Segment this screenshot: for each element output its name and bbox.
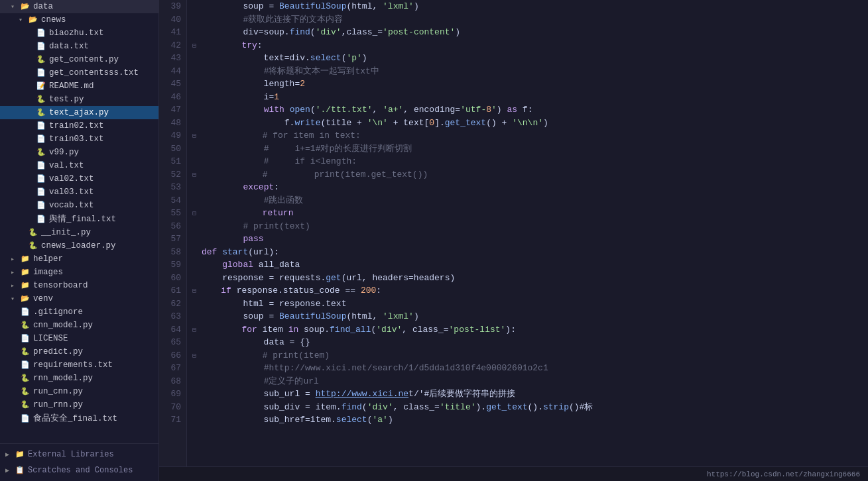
tree-item-label: run_rnn.py [33, 400, 83, 409]
code-line-56: # print(text) [192, 220, 863, 233]
ext-lib-icon: 📁 [15, 449, 25, 460]
code-line-66: ⊟ # print(item) [192, 349, 863, 362]
code-line-44: #将标题和文本一起写到txt中 [192, 65, 863, 78]
tree-item-cnews[interactable]: ▾📂cnews [0, 13, 158, 27]
external-libraries-item[interactable]: ▶ 📁 External Libraries [0, 447, 158, 462]
code-line-69: sub_url = http://www.xici.net/'#后续要做字符串的… [192, 388, 863, 401]
status-url: https://blog.csdn.net/zhangxing6666 [707, 470, 860, 478]
fold-icon[interactable]: ⊟ [192, 286, 200, 296]
fold-icon[interactable]: ⊟ [192, 209, 200, 219]
tree-item-text_ajax.py[interactable]: 🐍text_ajax.py [0, 106, 158, 119]
line-number-50: 50 [162, 142, 181, 156]
tree-item-LICENSE[interactable]: 📄LICENSE [0, 332, 158, 345]
code-line-47: with open('./ttt.txt', 'a+', encoding='u… [192, 103, 863, 117]
tree-item-val02.txt[interactable]: 📄val02.txt [0, 172, 158, 186]
sidebar-bottom: ▶ 📁 External Libraries ▶ 📋 Scratches and… [0, 443, 158, 481]
tree-item-train03.txt[interactable]: 📄train03.txt [0, 133, 158, 146]
tree-item-label: test.py [49, 95, 84, 104]
code-line-46: i=1 [192, 91, 863, 104]
code-area[interactable]: 3940414243444546474849505152535455565758… [159, 0, 868, 466]
tree-item-label: biaozhu.txt [49, 28, 104, 38]
fold-icon[interactable]: ⊟ [192, 131, 200, 141]
tree-item-.gitignore[interactable]: 📄.gitignore [0, 305, 158, 319]
tree-item-label: cnn_model.py [33, 321, 93, 330]
line-number-69: 69 [162, 388, 181, 401]
tree-arrow: ▸ [11, 255, 19, 263]
tree-arrow: ▸ [11, 268, 19, 276]
tree-item-biaozhu.txt[interactable]: 📄biaozhu.txt [0, 27, 158, 40]
tree-item-run_rnn.py[interactable]: 🐍run_rnn.py [0, 398, 158, 411]
line-number-46: 46 [162, 91, 181, 104]
tree-item-cnn_model.py[interactable]: 🐍cnn_model.py [0, 319, 158, 332]
tree-item-predict.py[interactable]: 🐍predict.py [0, 345, 158, 358]
tree-item-README.md[interactable]: 📝README.md [0, 80, 158, 93]
tree-item-venv[interactable]: ▾📂venv [0, 292, 158, 305]
folder-open-icon: 📂 [28, 15, 38, 25]
txt-icon: 📄 [36, 41, 46, 52]
tree-item-label: LICENSE [33, 334, 68, 343]
txt-icon: 📄 [36, 134, 46, 144]
txt-icon: 📄 [36, 160, 46, 171]
code-line-63: soup = BeautifulSoup(html, 'lxml') [192, 310, 863, 323]
code-line-51: # if i<length: [192, 155, 863, 168]
tree-item-run_cnn.py[interactable]: 🐍run_cnn.py [0, 385, 158, 398]
tree-item-v99.py[interactable]: 🐍v99.py [0, 146, 158, 159]
file-tree: ▾📂data▾📂cnews📄biaozhu.txt📄data.txt🐍get_c… [0, 0, 158, 425]
tree-item-helper[interactable]: ▸📁helper [0, 252, 158, 266]
tree-item-requirements.txt[interactable]: 📄requirements.txt [0, 358, 158, 372]
code-line-65: data = {} [192, 336, 863, 349]
code-line-43: text=div.select('p') [192, 52, 863, 65]
tree-item-val03.txt[interactable]: 📄val03.txt [0, 186, 158, 199]
tree-item-get_content.py[interactable]: 🐍get_content.py [0, 53, 158, 66]
fold-icon[interactable]: ⊟ [192, 41, 200, 51]
tree-item-label: v99.py [49, 148, 79, 157]
tree-item-val.txt[interactable]: 📄val.txt [0, 159, 158, 172]
tree-item-__init__.py[interactable]: 🐍__init_.py [0, 226, 158, 239]
py-icon: 🐍 [36, 147, 46, 158]
line-number-51: 51 [162, 155, 181, 168]
txt-icon: 📄 [36, 121, 46, 131]
line-number-56: 56 [162, 220, 181, 233]
txt-icon: 📄 [36, 214, 46, 225]
tree-item-rnn_model.py[interactable]: 🐍rnn_model.py [0, 372, 158, 385]
code-line-48: f.write(title + '\n' + text[0].get_text(… [192, 117, 863, 130]
line-number-60: 60 [162, 272, 181, 285]
md-icon: 📝 [36, 81, 46, 91]
tree-item-train02.txt[interactable]: 📄train02.txt [0, 119, 158, 133]
line-number-58: 58 [162, 246, 181, 259]
py-icon: 🐍 [20, 347, 31, 357]
line-number-61: 61 [162, 284, 181, 297]
folder-icon: 📁 [20, 254, 31, 264]
line-number-59: 59 [162, 258, 181, 272]
code-line-42: ⊟ try: [192, 39, 863, 52]
tree-item-label: README.md [49, 81, 94, 91]
tree-item-get_contentsss.txt[interactable]: 📄get_contentsss.txt [0, 66, 158, 80]
tree-item-label: val.txt [49, 161, 84, 170]
code-line-60: response = requests.get(url, headers=hea… [192, 272, 863, 285]
tree-item-tensorboard[interactable]: ▸📁tensorboard [0, 279, 158, 292]
py-icon: 🐍 [36, 54, 46, 65]
tree-item-label: train02.txt [49, 121, 104, 131]
tree-item-label: val03.txt [49, 187, 94, 197]
tree-item-test.py[interactable]: 🐍test.py [0, 93, 158, 106]
tree-item-label: cnews [41, 15, 66, 25]
fold-icon[interactable]: ⊟ [192, 325, 200, 335]
tree-item-images[interactable]: ▸📁images [0, 266, 158, 279]
tree-item-label: predict.py [33, 347, 83, 356]
fold-icon[interactable]: ⊟ [192, 351, 200, 361]
code-line-70: sub_div = item.find('div', class_='title… [192, 401, 863, 414]
tree-item-cnews_loader.py[interactable]: 🐍cnews_loader.py [0, 239, 158, 252]
tree-item-食品安全_final.txt[interactable]: 📄食品安全_final.txt [0, 411, 158, 425]
tree-item-vocab.txt[interactable]: 📄vocab.txt [0, 199, 158, 212]
txt-icon: 📄 [36, 187, 46, 197]
scratches-consoles-label: Scratches and Consoles [28, 466, 133, 475]
tree-item-data[interactable]: ▾📂data [0, 0, 158, 13]
code-content[interactable]: soup = BeautifulSoup(html, 'lxml') #获取此连… [187, 0, 868, 466]
fold-icon[interactable]: ⊟ [192, 170, 200, 180]
line-number-49: 49 [162, 129, 181, 142]
tree-item-data.txt[interactable]: 📄data.txt [0, 40, 158, 53]
line-number-62: 62 [162, 297, 181, 311]
tree-item-舆情_final.txt[interactable]: 📄舆情_final.txt [0, 212, 158, 226]
txt-icon: 📄 [36, 28, 46, 38]
scratches-consoles-item[interactable]: ▶ 📋 Scratches and Consoles [0, 462, 158, 478]
